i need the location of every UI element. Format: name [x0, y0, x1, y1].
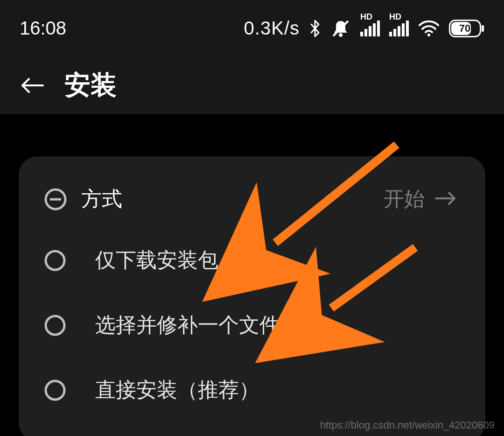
option-patch-file[interactable]: 选择并修补一个文件 [19, 293, 485, 358]
svg-rect-8 [389, 32, 392, 36]
wifi-icon [418, 21, 440, 36]
signal-1-icon: HD [360, 21, 380, 36]
start-button[interactable]: 开始 [384, 185, 457, 213]
battery-percent-text: 70 [459, 22, 470, 34]
watermark: https://blog.csdn.net/weixin_42020609 [320, 419, 495, 431]
svg-rect-11 [402, 23, 405, 36]
status-netspeed: 0.3K/s [244, 18, 300, 39]
svg-point-21 [46, 251, 64, 270]
arrow-right-icon [434, 188, 457, 211]
section-label: 方式 [81, 185, 384, 213]
back-button[interactable] [20, 76, 46, 95]
option-label: 仅下载安装包 [81, 246, 457, 274]
radio-unchecked-icon [44, 314, 81, 337]
app-header: 安装 [0, 56, 504, 114]
mute-icon [330, 19, 351, 38]
svg-rect-10 [398, 26, 400, 36]
install-card: 方式 开始 仅下载安装包 选择并修补一个文件 [19, 156, 485, 436]
svg-rect-16 [482, 25, 484, 32]
option-download-only[interactable]: 仅下载安装包 [19, 228, 485, 293]
svg-rect-9 [393, 29, 396, 36]
svg-rect-3 [360, 32, 363, 36]
option-label: 选择并修补一个文件 [81, 311, 457, 339]
svg-point-22 [46, 316, 64, 335]
option-label: 直接安装（推荐） [81, 376, 457, 404]
start-label: 开始 [384, 185, 425, 213]
battery-icon: 70 70 [449, 20, 484, 37]
svg-point-23 [46, 381, 64, 400]
svg-rect-12 [406, 21, 409, 36]
radio-unchecked-icon [44, 249, 81, 272]
signal-2-icon: HD [389, 21, 409, 36]
page-title: 安装 [64, 68, 117, 103]
svg-rect-6 [373, 23, 376, 36]
option-direct-install[interactable]: 直接安装（推荐） [19, 358, 485, 422]
status-time: 16:08 [20, 18, 66, 38]
bluetooth-icon [309, 19, 321, 38]
svg-rect-5 [369, 26, 371, 36]
svg-rect-4 [364, 29, 367, 36]
status-bar: 16:08 0.3K/s HD [0, 0, 504, 56]
svg-point-0 [339, 33, 343, 37]
svg-point-13 [427, 34, 430, 36]
minus-circle-icon [44, 188, 81, 211]
svg-rect-7 [377, 21, 380, 36]
radio-unchecked-icon [44, 379, 81, 401]
card-header-row: 方式 开始 [19, 170, 485, 228]
